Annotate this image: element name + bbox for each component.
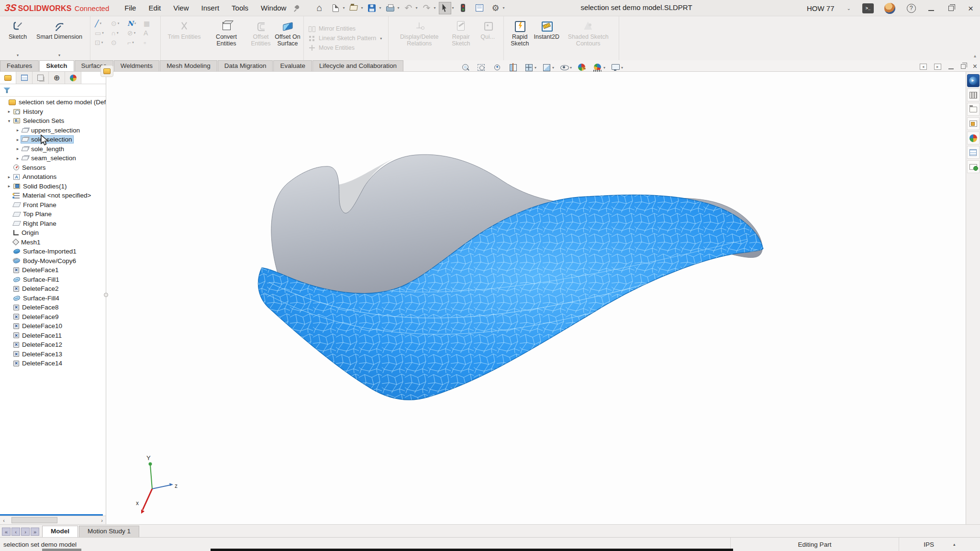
- menu-view[interactable]: View: [173, 4, 189, 12]
- expand-arrow-icon[interactable]: ▸: [15, 156, 21, 161]
- section-view-icon[interactable]: [507, 62, 522, 73]
- tool-caret-icon[interactable]: ▾: [100, 22, 101, 25]
- display-style-icon[interactable]: ▾: [540, 62, 557, 73]
- view-orientation-icon[interactable]: ▾: [523, 62, 540, 73]
- tree-item-deleteface10[interactable]: DeleteFace10: [0, 321, 106, 331]
- tool-caret-icon[interactable]: ▾: [118, 22, 120, 25]
- tree-item-right-plane[interactable]: Right Plane: [0, 219, 106, 229]
- tree-item-mesh1[interactable]: Mesh1: [0, 238, 106, 247]
- expand-right-pane-icon[interactable]: ▸: [934, 64, 941, 70]
- expand-arrow-icon[interactable]: ▾: [6, 119, 12, 123]
- design-library-icon[interactable]: [967, 88, 980, 101]
- point-tool[interactable]: ▫: [142, 38, 158, 47]
- offset-entities-button[interactable]: Offset Entities: [247, 18, 274, 59]
- tree-filter-box[interactable]: [0, 84, 106, 97]
- shaded-sketch-contours-button[interactable]: Shaded Sketch Contours: [560, 18, 616, 59]
- text-tool[interactable]: A: [142, 28, 158, 38]
- configurationmanager-tab-icon[interactable]: [33, 72, 49, 84]
- tree-item-solid-bodies[interactable]: ▸ Solid Bodies(1): [0, 182, 106, 191]
- last-tab-button[interactable]: »: [31, 528, 39, 536]
- arc-tool[interactable]: ∩ ▾: [109, 28, 125, 38]
- mesh-sketch-tool[interactable]: ▦: [142, 19, 158, 28]
- tree-item-origin[interactable]: Origin: [0, 228, 106, 238]
- linear-sketch-pattern-button[interactable]: Linear Sketch Pattern ▾: [308, 35, 384, 42]
- rectangle-tool[interactable]: ▭ ▾: [93, 28, 109, 38]
- file-explorer-icon[interactable]: [967, 103, 980, 116]
- tree-item-deleteface13[interactable]: DeleteFace13: [0, 350, 106, 359]
- dropdown-caret-icon[interactable]: ▾: [416, 6, 418, 10]
- tree-item-surface-fill1[interactable]: Surface-Fill1: [0, 275, 106, 285]
- rapid-sketch-button[interactable]: Rapid Sketch: [506, 18, 533, 59]
- repair-sketch-button[interactable]: Repair Sketch: [447, 18, 474, 59]
- previous-view-icon[interactable]: [491, 62, 506, 73]
- smart-dimension-flyout-caret-icon[interactable]: ▾: [58, 53, 60, 59]
- expand-arrow-icon[interactable]: ▸: [6, 184, 12, 188]
- tree-item-sole-length[interactable]: ▸ sole_length: [0, 144, 106, 154]
- tree-item-top-plane[interactable]: Top Plane: [0, 209, 106, 219]
- tab-weldments[interactable]: Weldments: [114, 60, 159, 71]
- pin-menubar-icon[interactable]: [294, 5, 301, 11]
- tool-caret-icon[interactable]: ▾: [134, 31, 136, 35]
- close-button[interactable]: ×: [968, 4, 973, 13]
- propertymanager-tab-icon[interactable]: [16, 72, 33, 84]
- hud-caret-icon[interactable]: ▾: [570, 66, 572, 70]
- zoom-to-area-icon[interactable]: [475, 62, 490, 73]
- line-tool[interactable]: ╱ ▾: [93, 19, 109, 28]
- open-button[interactable]: [347, 2, 360, 14]
- dropdown-caret-icon[interactable]: ▾: [503, 6, 505, 10]
- hud-caret-icon[interactable]: ▾: [603, 66, 605, 70]
- rebuild-button[interactable]: [457, 2, 469, 14]
- instant2d-button[interactable]: Instant2D: [533, 18, 560, 59]
- tab-mesh-modeling[interactable]: Mesh Modeling: [160, 60, 217, 71]
- tree-item-deleteface14[interactable]: DeleteFace14: [0, 359, 106, 368]
- scrollbar-thumb[interactable]: [11, 517, 57, 523]
- first-tab-button[interactable]: «: [2, 528, 11, 536]
- print-button[interactable]: [384, 2, 396, 14]
- display-delete-relations-button[interactable]: Display/Delete Relations: [391, 18, 447, 59]
- command-console-icon[interactable]: >_: [862, 3, 874, 13]
- select-button[interactable]: [439, 2, 451, 14]
- hud-caret-icon[interactable]: ▾: [621, 66, 623, 70]
- tree-item-surface-imported1[interactable]: Surface-Imported1: [0, 247, 106, 256]
- slot-tool[interactable]: ⊡ ▾: [93, 38, 109, 47]
- help-icon[interactable]: ?: [907, 4, 916, 13]
- graphics-viewport[interactable]: Y z x: [106, 72, 966, 524]
- document-manager-icon[interactable]: [967, 160, 980, 173]
- expand-arrow-icon[interactable]: ▸: [15, 146, 21, 151]
- tree-item-body-move-copy6[interactable]: Body-Move/Copy6: [0, 256, 106, 266]
- doc-minimize-button[interactable]: [948, 64, 954, 69]
- expand-arrow-icon[interactable]: ▸: [15, 128, 21, 132]
- ribbon-collapse-icon[interactable]: ▴: [974, 53, 976, 58]
- view-settings-icon[interactable]: ▾: [609, 62, 626, 73]
- polygon-tool[interactable]: ⊙: [109, 38, 125, 47]
- tool-caret-icon[interactable]: ▾: [134, 22, 136, 25]
- trim-entities-button[interactable]: Trim Entities: [163, 18, 205, 59]
- tab-evaluate[interactable]: Evaluate: [273, 60, 312, 71]
- tab-data-migration[interactable]: Data Migration: [218, 60, 273, 71]
- quick-snaps-button[interactable]: Qui...: [474, 18, 501, 59]
- dropdown-caret-icon[interactable]: ▾: [452, 6, 454, 10]
- tree-item-surface-fill4[interactable]: Surface-Fill4: [0, 294, 106, 303]
- tree-item-sole-selection[interactable]: ▸ sole_selection: [0, 135, 106, 144]
- apply-scene-icon[interactable]: ▾: [591, 62, 609, 73]
- motion-study-1-tab[interactable]: Motion Study 1: [79, 526, 139, 537]
- tab-lifecycle-collaboration[interactable]: Lifecycle and Collaboration: [312, 60, 403, 71]
- zoom-to-fit-icon[interactable]: [459, 62, 475, 73]
- menu-insert[interactable]: Insert: [201, 4, 220, 12]
- sketch-button[interactable]: Sketch ▾: [4, 18, 31, 59]
- next-tab-button[interactable]: ›: [21, 528, 30, 536]
- hud-caret-icon[interactable]: ▾: [535, 66, 536, 70]
- spline-tool[interactable]: N ▾: [125, 19, 142, 28]
- user-avatar[interactable]: [884, 3, 895, 14]
- tree-item-deleteface11[interactable]: DeleteFace11: [0, 331, 106, 341]
- tree-item-deleteface12[interactable]: DeleteFace12: [0, 340, 106, 350]
- tree-item-deleteface2[interactable]: DeleteFace2: [0, 284, 106, 294]
- model-tab[interactable]: Model: [42, 526, 78, 537]
- expand-arrow-icon[interactable]: ▸: [15, 137, 21, 142]
- dropdown-caret-icon[interactable]: ▾: [343, 6, 345, 10]
- tree-item-selection-sets[interactable]: ▾ Selection Sets: [0, 116, 106, 126]
- offset-on-surface-button[interactable]: Offset On Surface: [274, 18, 301, 59]
- convert-entities-button[interactable]: Convert Entities: [205, 18, 247, 59]
- tree-item-material[interactable]: Material <not specified>: [0, 191, 106, 200]
- tree-item-deleteface1[interactable]: DeleteFace1: [0, 265, 106, 275]
